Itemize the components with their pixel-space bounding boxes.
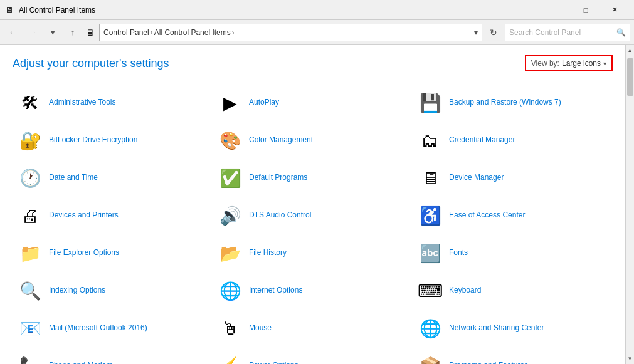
- content-area: Adjust your computer's settings View by:…: [0, 45, 625, 364]
- panel-icon: ✅: [218, 165, 243, 190]
- up-button[interactable]: ↑: [64, 24, 82, 41]
- panel-label: Color Management: [249, 135, 313, 145]
- panel-icon: 📂: [218, 241, 243, 266]
- close-button[interactable]: ✕: [600, 0, 629, 20]
- search-placeholder: Search Control Panel: [509, 28, 581, 37]
- panel-label: Power Options: [249, 361, 299, 364]
- panel-icon: 🗂: [418, 128, 443, 153]
- panel-item-indexing-options[interactable]: 🔍Indexing Options: [13, 272, 213, 309]
- page-title: Adjust your computer's settings: [13, 57, 169, 70]
- scrollbar: ▲ ▼: [625, 45, 634, 364]
- panel-item-default-programs[interactable]: ✅Default Programs: [213, 159, 413, 197]
- panel-item-fonts[interactable]: 🔤Fonts: [413, 234, 613, 272]
- panel-item-devices-and-printers[interactable]: 🖨Devices and Printers: [13, 197, 213, 234]
- panel-item-backup-and-restore-windows-7[interactable]: 💾Backup and Restore (Windows 7): [413, 84, 613, 122]
- panel-label: Network and Sharing Center: [449, 323, 544, 333]
- path-segment-1[interactable]: Control Panel: [103, 28, 149, 37]
- panel-icon: ♿: [418, 203, 443, 228]
- panel-label: Phone and Modem: [49, 361, 112, 364]
- panel-item-internet-options[interactable]: 🌐Internet Options: [213, 272, 413, 309]
- scroll-up-button[interactable]: ▲: [626, 45, 635, 56]
- scroll-down-button[interactable]: ▼: [626, 353, 635, 364]
- back-button[interactable]: ←: [4, 24, 21, 41]
- scroll-thumb[interactable]: [627, 58, 633, 96]
- panel-item-phone-and-modem[interactable]: 📞Phone and Modem: [13, 347, 213, 364]
- panel-icon: 🌐: [218, 278, 243, 303]
- view-by-selector[interactable]: View by: Large icons ▾: [525, 55, 613, 71]
- panel-item-autoplay[interactable]: ▶AutoPlay: [213, 84, 413, 122]
- address-bar: ← → ▾ ↑ 🖥 Control Panel › All Control Pa…: [0, 20, 634, 45]
- panel-icon: 📞: [18, 353, 43, 364]
- panel-item-mouse[interactable]: 🖱Mouse: [213, 309, 413, 347]
- panel-label: Programs and Features: [449, 361, 528, 364]
- panel-item-date-and-time[interactable]: 🕐Date and Time: [13, 159, 213, 197]
- title-bar-text: All Control Panel Items: [19, 6, 542, 14]
- panel-item-power-options[interactable]: ⚡Power Options: [213, 347, 413, 364]
- panel-icon: 📁: [18, 241, 43, 266]
- panel-icon: 🛠: [18, 90, 43, 115]
- panel-item-network-and-sharing-center[interactable]: 🌐Network and Sharing Center: [413, 309, 613, 347]
- content-header: Adjust your computer's settings View by:…: [13, 55, 613, 71]
- panel-label: DTS Audio Control: [249, 211, 311, 221]
- panel-icon: 🌐: [418, 316, 443, 341]
- panel-label: Device Manager: [449, 173, 504, 183]
- minimize-button[interactable]: —: [542, 0, 571, 20]
- panel-label: File History: [249, 248, 287, 258]
- panel-label: Indexing Options: [49, 286, 105, 296]
- panel-label: AutoPlay: [249, 98, 279, 108]
- dropdown-button[interactable]: ▾: [44, 24, 61, 41]
- control-panel-grid: 🛠Administrative Tools▶AutoPlay💾Backup an…: [13, 84, 613, 364]
- search-box[interactable]: Search Control Panel 🔍: [505, 24, 630, 41]
- panel-label: Credential Manager: [449, 135, 515, 145]
- panel-icon: 🔐: [18, 128, 43, 153]
- panel-label: Mail (Microsoft Outlook 2016): [49, 323, 147, 333]
- panel-icon: 🔊: [218, 203, 243, 228]
- view-by-label: View by:: [531, 59, 559, 68]
- panel-icon: 📧: [18, 316, 43, 341]
- maximize-button[interactable]: □: [571, 0, 600, 20]
- panel-label: Internet Options: [249, 286, 302, 296]
- panel-icon: 🔍: [18, 278, 43, 303]
- panel-label: Date and Time: [49, 173, 98, 183]
- panel-item-mail-microsoft-outlook-2016[interactable]: 📧Mail (Microsoft Outlook 2016): [13, 309, 213, 347]
- main-area: Adjust your computer's settings View by:…: [0, 45, 634, 364]
- panel-item-credential-manager[interactable]: 🗂Credential Manager: [413, 122, 613, 159]
- panel-item-file-history[interactable]: 📂File History: [213, 234, 413, 272]
- path-separator-2: ›: [232, 28, 235, 37]
- view-by-value: Large icons: [562, 59, 601, 68]
- panel-label: Fonts: [449, 248, 468, 258]
- panel-label: Administrative Tools: [49, 98, 116, 108]
- panel-icon: ⌨: [418, 278, 443, 303]
- panel-icon: 🖱: [218, 316, 243, 341]
- panel-item-dts-audio-control[interactable]: 🔊DTS Audio Control: [213, 197, 413, 234]
- panel-icon: 🕐: [18, 165, 43, 190]
- panel-label: Mouse: [249, 323, 272, 333]
- view-by-arrow: ▾: [603, 60, 606, 67]
- path-segment-2[interactable]: All Control Panel Items: [154, 28, 231, 37]
- panel-label: Default Programs: [249, 173, 307, 183]
- panel-icon: 🖨: [18, 203, 43, 228]
- refresh-button[interactable]: ↻: [485, 24, 502, 41]
- panel-item-keyboard[interactable]: ⌨Keyboard: [413, 272, 613, 309]
- search-icon: 🔍: [616, 28, 626, 37]
- panel-item-bitlocker-drive-encryption[interactable]: 🔐BitLocker Drive Encryption: [13, 122, 213, 159]
- panel-item-administrative-tools[interactable]: 🛠Administrative Tools: [13, 84, 213, 122]
- panel-label: Ease of Access Center: [449, 211, 525, 221]
- panel-item-ease-of-access-center[interactable]: ♿Ease of Access Center: [413, 197, 613, 234]
- app-icon: 🖥: [5, 5, 15, 15]
- panel-icon: 🖥: [418, 165, 443, 190]
- panel-item-programs-and-features[interactable]: 📦Programs and Features: [413, 347, 613, 364]
- panel-icon: 🔤: [418, 241, 443, 266]
- forward-button[interactable]: →: [24, 24, 41, 41]
- panel-item-device-manager[interactable]: 🖥Device Manager: [413, 159, 613, 197]
- panel-label: File Explorer Options: [49, 248, 119, 258]
- panel-label: Backup and Restore (Windows 7): [449, 98, 561, 108]
- scroll-track[interactable]: [626, 56, 634, 353]
- path-dropdown-arrow[interactable]: ▾: [474, 28, 478, 37]
- address-path[interactable]: Control Panel › All Control Panel Items …: [99, 24, 482, 41]
- panel-item-color-management[interactable]: 🎨Color Management: [213, 122, 413, 159]
- panel-label: BitLocker Drive Encryption: [49, 135, 137, 145]
- panel-item-file-explorer-options[interactable]: 📁File Explorer Options: [13, 234, 213, 272]
- title-bar: 🖥 All Control Panel Items — □ ✕: [0, 0, 634, 20]
- panel-label: Keyboard: [449, 286, 481, 296]
